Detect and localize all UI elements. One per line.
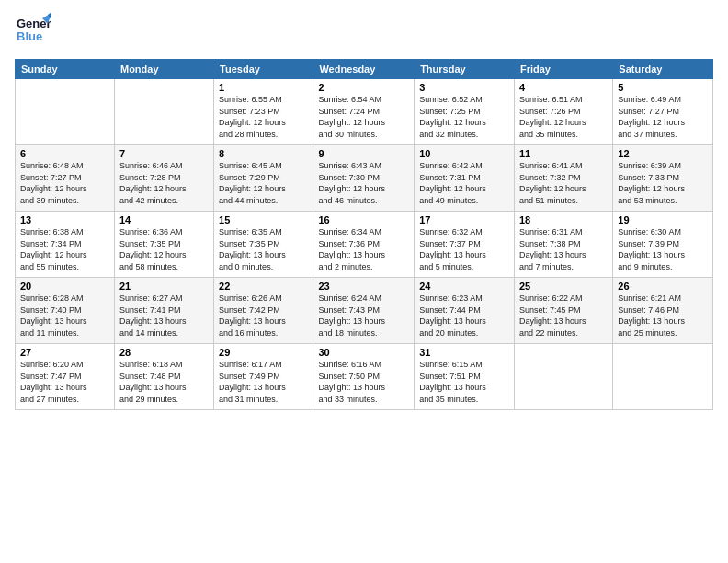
day-number: 19 (618, 214, 708, 225)
weekday-header-thursday: Thursday (415, 60, 515, 79)
calendar-day-cell: 23Sunrise: 6:24 AMSunset: 7:43 PMDayligh… (313, 278, 415, 344)
day-number: 24 (419, 281, 509, 292)
day-info: Sunrise: 6:16 AMSunset: 7:50 PMDaylight:… (318, 360, 385, 404)
logo: General Blue (15, 11, 51, 52)
weekday-header-sunday: Sunday (16, 60, 115, 79)
day-info: Sunrise: 6:26 AMSunset: 7:42 PMDaylight:… (219, 293, 286, 338)
day-info: Sunrise: 6:35 AMSunset: 7:35 PMDaylight:… (219, 227, 286, 271)
day-info: Sunrise: 6:31 AMSunset: 7:38 PMDaylight:… (519, 227, 586, 271)
day-info: Sunrise: 6:43 AMSunset: 7:30 PMDaylight:… (318, 161, 385, 205)
day-info: Sunrise: 6:51 AMSunset: 7:26 PMDaylight:… (519, 95, 586, 139)
day-info: Sunrise: 6:21 AMSunset: 7:46 PMDaylight:… (618, 293, 685, 338)
calendar-day-cell: 29Sunrise: 6:17 AMSunset: 7:49 PMDayligh… (214, 344, 313, 410)
calendar-day-cell: 26Sunrise: 6:21 AMSunset: 7:46 PMDayligh… (613, 278, 713, 344)
weekday-header-row: SundayMondayTuesdayWednesdayThursdayFrid… (16, 60, 713, 79)
calendar-day-cell: 19Sunrise: 6:30 AMSunset: 7:39 PMDayligh… (613, 212, 713, 278)
calendar-day-cell: 20Sunrise: 6:28 AMSunset: 7:40 PMDayligh… (16, 278, 115, 344)
day-info: Sunrise: 6:55 AMSunset: 7:23 PMDaylight:… (219, 95, 286, 139)
calendar-day-cell: 14Sunrise: 6:36 AMSunset: 7:35 PMDayligh… (114, 212, 213, 278)
day-number: 8 (219, 148, 308, 159)
calendar-day-cell: 31Sunrise: 6:15 AMSunset: 7:51 PMDayligh… (415, 344, 515, 410)
day-number: 4 (519, 82, 608, 93)
day-info: Sunrise: 6:30 AMSunset: 7:39 PMDaylight:… (618, 227, 685, 271)
calendar-table: SundayMondayTuesdayWednesdayThursdayFrid… (15, 59, 713, 410)
day-info: Sunrise: 6:39 AMSunset: 7:33 PMDaylight:… (618, 161, 685, 205)
day-info: Sunrise: 6:42 AMSunset: 7:31 PMDaylight:… (419, 161, 486, 205)
day-number: 15 (219, 214, 308, 225)
page: General Blue SundayMondayTuesdayWednesda… (0, 0, 728, 563)
calendar-day-cell: 5Sunrise: 6:49 AMSunset: 7:27 PMDaylight… (613, 79, 713, 145)
day-info: Sunrise: 6:23 AMSunset: 7:44 PMDaylight:… (419, 293, 486, 338)
day-info: Sunrise: 6:18 AMSunset: 7:48 PMDaylight:… (119, 360, 187, 404)
calendar-day-cell: 30Sunrise: 6:16 AMSunset: 7:50 PMDayligh… (313, 344, 415, 410)
calendar-day-cell: 24Sunrise: 6:23 AMSunset: 7:44 PMDayligh… (415, 278, 515, 344)
calendar-day-cell: 25Sunrise: 6:22 AMSunset: 7:45 PMDayligh… (514, 278, 612, 344)
calendar-day-cell: 15Sunrise: 6:35 AMSunset: 7:35 PMDayligh… (214, 212, 313, 278)
day-info: Sunrise: 6:36 AMSunset: 7:35 PMDaylight:… (119, 227, 187, 271)
calendar-day-cell: 11Sunrise: 6:41 AMSunset: 7:32 PMDayligh… (514, 145, 612, 212)
calendar-day-cell: 6Sunrise: 6:48 AMSunset: 7:27 PMDaylight… (16, 145, 115, 212)
day-number: 26 (618, 281, 708, 292)
calendar-row: 27Sunrise: 6:20 AMSunset: 7:47 PMDayligh… (16, 344, 713, 410)
day-number: 27 (20, 347, 109, 358)
calendar-day-cell: 2Sunrise: 6:54 AMSunset: 7:24 PMDaylight… (313, 79, 415, 145)
calendar-empty-cell (16, 79, 115, 145)
weekday-header-tuesday: Tuesday (214, 60, 313, 79)
day-number: 21 (119, 281, 209, 292)
day-number: 30 (318, 347, 409, 358)
day-number: 5 (618, 82, 708, 93)
calendar-day-cell: 13Sunrise: 6:38 AMSunset: 7:34 PMDayligh… (16, 212, 115, 278)
calendar-day-cell: 7Sunrise: 6:46 AMSunset: 7:28 PMDaylight… (114, 145, 213, 212)
calendar-row: 20Sunrise: 6:28 AMSunset: 7:40 PMDayligh… (16, 278, 713, 344)
calendar-day-cell: 9Sunrise: 6:43 AMSunset: 7:30 PMDaylight… (313, 145, 415, 212)
weekday-header-friday: Friday (514, 60, 612, 79)
day-info: Sunrise: 6:52 AMSunset: 7:25 PMDaylight:… (419, 95, 486, 139)
calendar-day-cell: 17Sunrise: 6:32 AMSunset: 7:37 PMDayligh… (415, 212, 515, 278)
day-info: Sunrise: 6:28 AMSunset: 7:40 PMDaylight:… (20, 293, 87, 338)
day-number: 20 (20, 281, 109, 292)
calendar-day-cell: 8Sunrise: 6:45 AMSunset: 7:29 PMDaylight… (214, 145, 313, 212)
day-info: Sunrise: 6:15 AMSunset: 7:51 PMDaylight:… (419, 360, 486, 404)
svg-text:Blue: Blue (17, 29, 42, 43)
logo-icon: General Blue (15, 11, 51, 52)
calendar-day-cell: 21Sunrise: 6:27 AMSunset: 7:41 PMDayligh… (114, 278, 213, 344)
day-info: Sunrise: 6:32 AMSunset: 7:37 PMDaylight:… (419, 227, 486, 271)
calendar-empty-cell (514, 344, 612, 410)
day-info: Sunrise: 6:22 AMSunset: 7:45 PMDaylight:… (519, 293, 586, 338)
day-number: 10 (419, 148, 509, 159)
day-info: Sunrise: 6:24 AMSunset: 7:43 PMDaylight:… (318, 293, 385, 338)
calendar-day-cell: 3Sunrise: 6:52 AMSunset: 7:25 PMDaylight… (415, 79, 515, 145)
day-number: 2 (318, 82, 409, 93)
calendar-day-cell: 12Sunrise: 6:39 AMSunset: 7:33 PMDayligh… (613, 145, 713, 212)
day-number: 9 (318, 148, 409, 159)
day-info: Sunrise: 6:34 AMSunset: 7:36 PMDaylight:… (318, 227, 385, 271)
calendar-day-cell: 4Sunrise: 6:51 AMSunset: 7:26 PMDaylight… (514, 79, 612, 145)
calendar-day-cell: 27Sunrise: 6:20 AMSunset: 7:47 PMDayligh… (16, 344, 115, 410)
weekday-header-monday: Monday (114, 60, 213, 79)
calendar-empty-cell (613, 344, 713, 410)
day-number: 13 (20, 214, 109, 225)
day-info: Sunrise: 6:17 AMSunset: 7:49 PMDaylight:… (219, 360, 286, 404)
day-number: 23 (318, 281, 409, 292)
day-number: 31 (419, 347, 509, 358)
day-number: 25 (519, 281, 608, 292)
day-number: 3 (419, 82, 509, 93)
day-number: 29 (219, 347, 308, 358)
day-number: 11 (519, 148, 608, 159)
calendar-row: 13Sunrise: 6:38 AMSunset: 7:34 PMDayligh… (16, 212, 713, 278)
day-info: Sunrise: 6:41 AMSunset: 7:32 PMDaylight:… (519, 161, 586, 205)
day-info: Sunrise: 6:54 AMSunset: 7:24 PMDaylight:… (318, 95, 385, 139)
day-number: 17 (419, 214, 509, 225)
calendar-row: 6Sunrise: 6:48 AMSunset: 7:27 PMDaylight… (16, 145, 713, 212)
calendar-day-cell: 28Sunrise: 6:18 AMSunset: 7:48 PMDayligh… (114, 344, 213, 410)
day-info: Sunrise: 6:49 AMSunset: 7:27 PMDaylight:… (618, 95, 685, 139)
day-number: 7 (119, 148, 209, 159)
calendar-day-cell: 10Sunrise: 6:42 AMSunset: 7:31 PMDayligh… (415, 145, 515, 212)
day-info: Sunrise: 6:38 AMSunset: 7:34 PMDaylight:… (20, 227, 87, 271)
calendar-empty-cell (114, 79, 213, 145)
weekday-header-saturday: Saturday (613, 60, 713, 79)
calendar-day-cell: 18Sunrise: 6:31 AMSunset: 7:38 PMDayligh… (514, 212, 612, 278)
day-info: Sunrise: 6:46 AMSunset: 7:28 PMDaylight:… (119, 161, 187, 205)
day-info: Sunrise: 6:20 AMSunset: 7:47 PMDaylight:… (20, 360, 87, 404)
weekday-header-wednesday: Wednesday (313, 60, 415, 79)
